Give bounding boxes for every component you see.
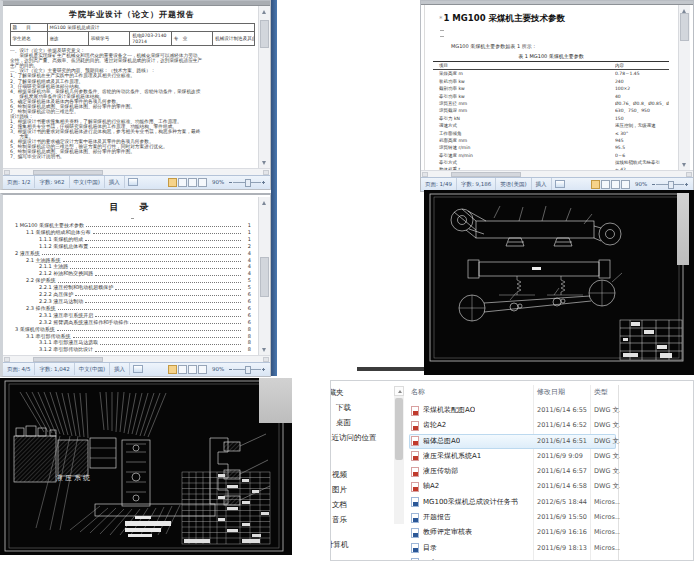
vertical-scrollbar[interactable]: [258, 6, 270, 169]
toc-entry[interactable]: 1.1 采煤机的组成和总体分布 1: [15, 229, 251, 236]
proofing-status-icon[interactable]: [555, 180, 565, 188]
view-outline-button[interactable]: [198, 178, 207, 187]
status-item[interactable]: 中文(中国): [75, 363, 110, 375]
status-item[interactable]: 中文(中国): [70, 176, 105, 188]
proofing-status-icon[interactable]: [133, 365, 143, 373]
scroll-up-button[interactable]: [394, 386, 404, 396]
status-item[interactable]: 字数: 1,042: [35, 363, 74, 375]
file-row[interactable]: 箱体总图A0 2011/6/14 6:51 DWG 文...: [409, 434, 616, 449]
view-outline-button[interactable]: [198, 365, 207, 374]
scroll-up-icon[interactable]: [262, 10, 266, 14]
sidebar-item[interactable]: 视频: [332, 467, 393, 482]
toc-entry[interactable]: 2.3.1 液压牵引系统开启 6: [15, 312, 251, 319]
zoom-level[interactable]: 90%: [635, 178, 647, 190]
sidebar-item[interactable]: 桌面: [336, 415, 393, 430]
column-header-type[interactable]: 类型: [594, 387, 608, 397]
cad-window-assembly-drawing[interactable]: [424, 190, 694, 375]
toc-entry[interactable]: 2.1.1 主油路 4: [15, 263, 251, 270]
toc-entry[interactable]: 2.2.2 高压保护 6: [15, 291, 251, 298]
toc-leader-dots: [63, 261, 241, 262]
sidebar-item[interactable]: 最近访问的位置: [331, 430, 393, 445]
toc-entry[interactable]: 1 MG100 采煤机主要技术参数 1: [15, 222, 251, 229]
zoom-level[interactable]: 90%: [212, 176, 224, 188]
file-row[interactable]: 液压传动部 2011/6/14 6:57 DWG 文...: [409, 464, 616, 479]
sidebar-scrollbar[interactable]: [394, 386, 404, 524]
column-header-name[interactable]: 名称: [411, 387, 425, 397]
toc-entry[interactable]: 1.1.2 采煤机总体布置 2: [15, 243, 251, 250]
status-item[interactable]: 插入: [105, 176, 125, 188]
document-page[interactable]: 目 录 1 MG100 采煤机主要技术参数 1 1.1 采煤机的组成和总体分布 …: [7, 197, 257, 356]
toc-entry[interactable]: 3.1 牵引部传动系统 8: [15, 333, 251, 340]
scrollbar-thumb[interactable]: [680, 13, 689, 41]
zoom-level[interactable]: 90%: [212, 363, 224, 375]
view-print-layout-button[interactable]: [591, 180, 600, 189]
sidebar-item[interactable]: 文档: [332, 497, 393, 512]
view-web-layout-button[interactable]: [188, 178, 197, 187]
file-row[interactable]: MG100采煤机总成设计任务书 2012/6/5 18:44 Micros...: [409, 495, 616, 510]
file-row[interactable]: 开题报告 2011/6/9 15:50 Micros...: [409, 510, 616, 525]
toc-entry[interactable]: 3 采煤机传动系统 8: [15, 326, 251, 333]
status-item[interactable]: 字数: 962: [35, 176, 69, 188]
scroll-down-icon[interactable]: [262, 161, 266, 165]
vertical-scrollbar[interactable]: [678, 5, 690, 171]
scrollbar-thumb[interactable]: [260, 20, 269, 48]
scroll-up-icon[interactable]: [262, 201, 266, 205]
view-print-layout-button[interactable]: [168, 365, 177, 374]
sidebar-item[interactable]: 收藏夹: [331, 385, 393, 400]
toc-entry[interactable]: 2.1.2 补油和热交换回路 4: [15, 270, 251, 277]
toc-entry[interactable]: 2.2.1 液压控制和电动机超载保护 5: [15, 284, 251, 291]
file-row[interactable]: 目录 2011/6/9 18:13 Micros...: [409, 541, 616, 556]
file-row[interactable]: 采煤机装配图AO 2011/6/14 6:55 DWG 文...: [409, 403, 616, 418]
toc-entry[interactable]: 2.2.3 液压马达制动 6: [15, 298, 251, 305]
status-item[interactable]: 页面: 1/2: [3, 176, 35, 188]
sidebar-item[interactable]: 计算机: [331, 537, 393, 552]
sidebar-item[interactable]: 图片: [332, 482, 393, 497]
file-row[interactable]: 教师评定审核表 2011/6/9 16:16 Micros...: [409, 525, 616, 540]
status-item[interactable]: 英语(美国): [496, 178, 531, 190]
sidebar-item[interactable]: 下载: [336, 400, 393, 415]
cad-canvas-assembly[interactable]: [424, 190, 694, 375]
status-item[interactable]: 插入: [110, 363, 130, 375]
status-item[interactable]: 页面: 1/49: [421, 178, 457, 190]
toc-entry[interactable]: 2.1 主油路系统 4: [15, 257, 251, 264]
status-item[interactable]: 插入: [532, 178, 552, 190]
file-date-modified: 2012/6/5 18:44: [537, 495, 591, 510]
vertical-scrollbar[interactable]: [258, 197, 270, 356]
toc-entry[interactable]: 2.2 保护系统 5: [15, 277, 251, 284]
file-row[interactable]: 正文 2011/6/14 6:38 Micros...: [409, 556, 616, 561]
view-web-layout-button[interactable]: [188, 365, 197, 374]
file-row[interactable]: 齿轮A2 2011/6/14 6:52 DWG 文...: [409, 418, 616, 433]
document-page[interactable]: 学院毕业设计（论文）开题报告 题 目 MG100 采煤机总成设计 学生姓名 唐连…: [7, 6, 257, 169]
document-page[interactable]: *1 MG100 采煤机主要技术参数 MG100 采煤机主要参数如表 1 所示：…: [424, 5, 677, 171]
toc-entry[interactable]: 3.1.1 牵引部液压马达选取 8: [15, 339, 251, 346]
view-fullscreen-button[interactable]: [178, 178, 187, 187]
view-fullscreen-button[interactable]: [601, 180, 610, 189]
file-row[interactable]: 轴A2 2011/6/14 6:58 DWG 文...: [409, 479, 616, 494]
scrollbar-thumb[interactable]: [395, 398, 403, 460]
sidebar-item[interactable]: 音乐: [332, 512, 393, 527]
view-fullscreen-button[interactable]: [178, 365, 187, 374]
status-item[interactable]: 字数: 9,186: [457, 178, 496, 190]
view-web-layout-button[interactable]: [611, 180, 620, 189]
toc-entry[interactable]: 2 液压系统 4: [15, 250, 251, 257]
scroll-down-icon[interactable]: [682, 163, 686, 167]
zoom-slider[interactable]: [229, 178, 265, 187]
scrollbar-thumb[interactable]: [260, 257, 269, 297]
view-outline-button[interactable]: [621, 180, 630, 189]
toc-entry[interactable]: 1.1.1 采煤机的组成 1: [15, 236, 251, 243]
toc-entry[interactable]: 2.3.2 摇臂调高系统液压操作和手动操作 6: [15, 319, 251, 326]
proofing-status-icon[interactable]: [128, 178, 138, 186]
cad-scrollbar[interactable]: [677, 193, 689, 265]
toc-entry[interactable]: 3.1.2 牵引部传动比设计 8: [15, 346, 251, 353]
zoom-slider[interactable]: [229, 365, 265, 374]
column-header-date[interactable]: 修改日期: [537, 387, 565, 397]
zoom-slider[interactable]: [652, 180, 688, 189]
cad-canvas-hydraulic[interactable]: 液压系统: [0, 378, 292, 555]
form-label-title: 题 目: [10, 24, 47, 32]
toc-entry[interactable]: 2.3 操作系统 6: [15, 305, 251, 312]
view-print-layout-button[interactable]: [168, 178, 177, 187]
file-row[interactable]: 液压采煤机系统A1 2011/6/9 9:09 DWG 文...: [409, 449, 616, 464]
scroll-down-icon[interactable]: [262, 348, 266, 352]
status-item[interactable]: 页面: 4/5: [3, 363, 35, 375]
cad-window-hydraulic-section[interactable]: 液压系统: [0, 378, 292, 555]
